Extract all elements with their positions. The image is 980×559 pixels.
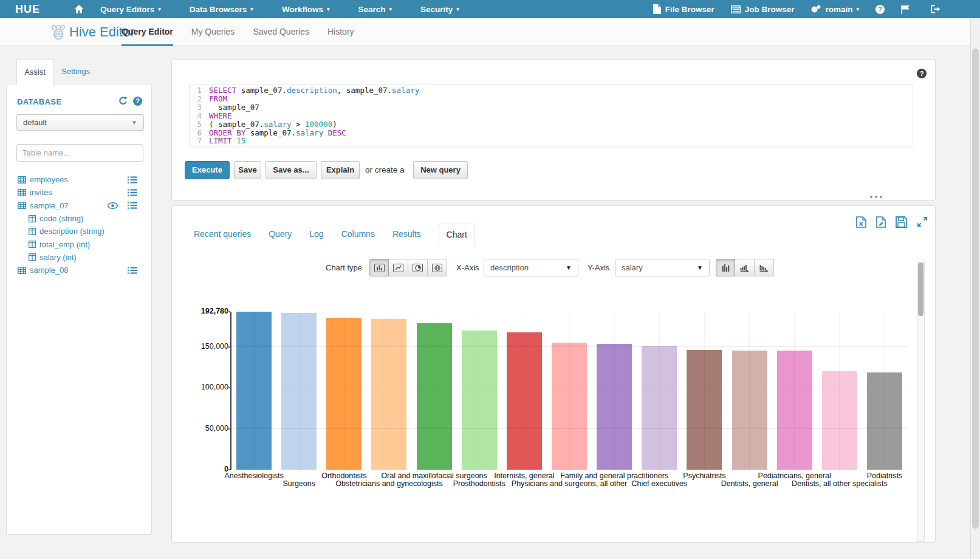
column-row-code-string[interactable]: code (string)	[7, 212, 151, 225]
chart-type-map-button[interactable]	[428, 259, 447, 276]
y-axis-select-value: salary	[622, 263, 643, 272]
sort-asc-icon	[740, 264, 749, 272]
home-icon[interactable]	[74, 5, 84, 16]
sql-token: ( sample_07.	[209, 120, 264, 129]
x-axis-label-oral-and-maxillofacial-surgeons: Oral and maxillofacial surgeons	[381, 472, 487, 480]
database-select-value: default	[23, 118, 47, 127]
results-tab-columns[interactable]: Columns	[341, 224, 375, 245]
results-tab-recent-queries[interactable]: Recent queries	[194, 224, 251, 245]
nav-menu-security[interactable]: Security▾	[420, 5, 459, 14]
assist-help-icon[interactable]: ?	[133, 97, 142, 106]
subnav-tab-history[interactable]: History	[327, 18, 354, 46]
results-tab-log[interactable]: Log	[309, 224, 323, 245]
tab-assist[interactable]: Assist	[16, 59, 53, 84]
subnav-tab-query-editor[interactable]: Query Editor	[122, 18, 173, 46]
x-axis-select[interactable]: description ▼	[484, 259, 578, 276]
chart-type-bars-button[interactable]	[369, 259, 389, 276]
line-numbers: 1234567	[190, 86, 205, 146]
menu-icon[interactable]	[128, 267, 141, 274]
execute-button[interactable]: Execute	[185, 161, 230, 179]
sort-desc-button[interactable]	[755, 259, 774, 276]
chart-scrollbar[interactable]	[917, 261, 925, 542]
results-tab-chart[interactable]: Chart	[439, 224, 475, 245]
table-row-employees[interactable]: employees	[7, 173, 151, 186]
nav-link-label: File Browser	[665, 5, 714, 14]
gridline-vertical	[299, 312, 300, 470]
y-tick-mark	[227, 387, 230, 388]
logout-icon[interactable]	[931, 5, 945, 13]
document-export-icon[interactable]	[876, 216, 886, 230]
subnav-tabs: Query EditorMy QueriesSaved QueriesHisto…	[122, 18, 354, 46]
nav-menu-data-browsers[interactable]: Data Browsers▾	[190, 5, 253, 14]
new-query-button[interactable]: New query	[413, 161, 468, 179]
table-row-sample-08[interactable]: sample_08	[7, 264, 151, 276]
hue-logo[interactable]: HUE	[15, 0, 40, 18]
column-row-description-string[interactable]: description (string)	[7, 225, 151, 238]
sql-token	[323, 128, 328, 137]
explain-button[interactable]: Explain	[321, 161, 360, 179]
x-axis-label-family-and-general-practitioners: Family and general practitioners	[560, 472, 668, 480]
sql-token: )	[332, 120, 337, 129]
chart-type-lines-button[interactable]	[389, 259, 408, 276]
column-icon	[29, 228, 39, 235]
save-as-button[interactable]: Save as...	[266, 161, 317, 179]
menu-icon[interactable]	[128, 189, 141, 196]
resize-grip-icon[interactable]	[870, 196, 882, 198]
results-tab-results[interactable]: Results	[392, 224, 421, 245]
table-row-sample-07[interactable]: sample_07	[7, 199, 151, 212]
nav-link-romain[interactable]: romain▾	[810, 5, 859, 14]
subnav-tab-saved-queries[interactable]: Saved Queries	[253, 18, 309, 46]
refresh-icon[interactable]	[118, 97, 128, 108]
nav-link-file-browser[interactable]: File Browser	[653, 4, 714, 14]
column-row-total-emp-int[interactable]: total_emp (int)	[7, 238, 151, 250]
nav-menu-workflows[interactable]: Workflows▾	[282, 5, 330, 14]
menu-icon[interactable]	[128, 202, 141, 209]
nav-menu-label: Workflows	[282, 5, 323, 14]
line-number: 7	[190, 137, 202, 145]
nav-link-job-browser[interactable]: Job Browser	[731, 5, 795, 14]
sort-none-button[interactable]	[716, 259, 735, 276]
y-tick-label: 50,000	[172, 424, 228, 433]
results-toolbar	[856, 216, 928, 230]
editor-help-icon[interactable]: ?	[917, 69, 927, 78]
sql-token: salary	[264, 120, 291, 129]
table-filter-input[interactable]	[16, 144, 143, 162]
nav-menu-query-editors[interactable]: Query Editors▾	[100, 5, 161, 14]
eye-icon[interactable]	[108, 202, 122, 209]
help-icon[interactable]: ?	[875, 5, 885, 14]
y-axis-select[interactable]: salary ▼	[615, 259, 710, 276]
nav-menu-search[interactable]: Search▾	[358, 5, 392, 14]
sql-token: , sample_07.	[337, 86, 392, 95]
gridline-vertical	[659, 312, 660, 470]
column-name: total_emp (int)	[39, 240, 90, 249]
nav-menu-label: Query Editors	[100, 5, 154, 14]
sql-editor[interactable]: 1234567 SELECT sample_07.description, sa…	[189, 84, 913, 146]
column-name: description (string)	[39, 227, 105, 236]
sql-token: LIMIT	[209, 136, 232, 145]
expand-icon[interactable]	[917, 216, 928, 230]
x-axis-label-surgeons: Surgeons	[283, 479, 315, 488]
window-scrollbar[interactable]	[970, 18, 980, 559]
results-tab-query[interactable]: Query	[269, 224, 292, 245]
excel-export-icon[interactable]	[856, 216, 866, 230]
tab-settings[interactable]: Settings	[61, 59, 90, 84]
column-row-salary-int[interactable]: salary (int)	[7, 251, 151, 264]
nav-link-label: Job Browser	[745, 5, 795, 14]
flag-icon[interactable]	[901, 5, 914, 14]
menu-icon[interactable]	[128, 176, 141, 183]
sort-asc-button[interactable]	[735, 259, 755, 276]
table-icon	[18, 176, 30, 183]
window-scrollbar-thumb[interactable]	[972, 49, 979, 529]
chevron-down-icon: ▾	[456, 6, 459, 12]
table-row-invites[interactable]: invites	[7, 186, 151, 199]
database-select[interactable]: default ▼	[16, 114, 144, 131]
x-axis-label-obstetricians-and-gynecologists: Obstetricians and gynecologists	[335, 479, 442, 488]
chart-scrollbar-thumb[interactable]	[918, 262, 923, 316]
chart-type-pie-button[interactable]	[408, 259, 428, 276]
table-list: employeesinvitessample_07code (string)de…	[7, 173, 151, 276]
subnav-tab-my-queries[interactable]: My Queries	[191, 18, 235, 46]
save-icon[interactable]	[896, 216, 907, 230]
save-button[interactable]: Save	[234, 161, 261, 179]
gridline-vertical	[794, 312, 795, 470]
gridline-vertical	[254, 312, 255, 470]
